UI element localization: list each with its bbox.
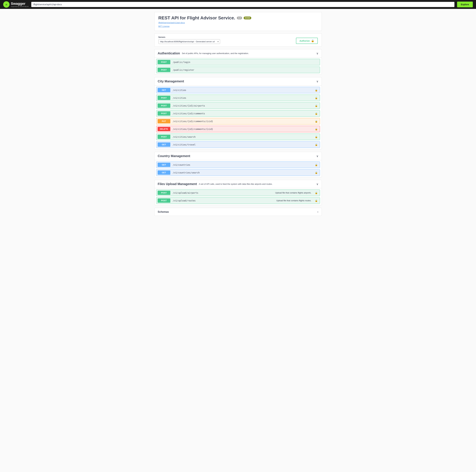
section-title-text: Files Upload Management <box>158 182 197 186</box>
method-badge: DELETE <box>158 127 170 131</box>
endpoint-put--v1-cities-id-comments-cid[interactable]: PUT/v1/cities/{id}/comments/{cid}🔒 <box>156 118 320 125</box>
oas-badge: OAS3 <box>244 16 252 19</box>
endpoint-path: /public/login <box>172 59 320 65</box>
endpoint-path: /v1/countries/search <box>172 170 313 176</box>
authorize-label: Authorize <box>299 40 310 42</box>
endpoint-lock-icon: 🔒 <box>313 95 320 101</box>
section-header-authentication[interactable]: AuthenticationSet of public APIs, for ma… <box>154 49 322 58</box>
endpoint-lock-icon: 🔒 <box>313 142 320 147</box>
endpoint-post--v1-cities-id-comments[interactable]: POST/v1/cities/{id}/comments🔒 <box>156 110 320 117</box>
servers-block: Servers http://localhost:8090/flight/ser… <box>154 33 322 47</box>
sections-container: AuthenticationSet of public APIs, for ma… <box>154 49 322 205</box>
authorize-button[interactable]: Authorize 🔒 <box>296 38 318 44</box>
version-badge: 1.0 <box>237 16 242 19</box>
endpoint-path: /v1/cities/{id}/comments/{cid} <box>172 118 313 124</box>
api-title: REST API for Flight Advisor Service. <box>158 16 235 20</box>
svg-text:{/}: {/} <box>6 4 7 5</box>
servers-select[interactable]: http://localhost:8090/flight/service/api… <box>158 39 220 44</box>
servers-select-wrapper: http://localhost:8090/flight/service/api… <box>158 39 220 44</box>
method-badge: GET <box>158 163 170 167</box>
section-title-text: Authentication <box>158 51 180 55</box>
section-country-management: Country Management∨GET/v1/countries🔒GET/… <box>154 152 322 177</box>
method-badge: POST <box>158 103 170 108</box>
endpoint-path: /v1/cities/travel <box>172 142 313 147</box>
endpoint-lock-icon: 🔒 <box>313 190 320 196</box>
endpoint-path: /v1/cities/{id}/comments <box>172 111 313 116</box>
explore-button[interactable]: Explore <box>457 1 473 7</box>
endpoint-lock-icon: 🔒 <box>313 162 320 168</box>
schemas-title: Schemas <box>158 211 169 213</box>
endpoint-lock-icon: 🔒 <box>313 170 320 176</box>
method-badge: POST <box>158 198 170 203</box>
section-desc-text: A set of API calls, used to feed the sys… <box>199 183 272 185</box>
endpoint-lock-icon: 🔒 <box>313 118 320 124</box>
method-badge: GET <box>158 170 170 175</box>
page-content: REST API for Flight Advisor Service. 1.0… <box>151 9 325 222</box>
swagger-name: Swagger <box>11 1 25 6</box>
section-desc-text: Set of public APIs, for managing user au… <box>182 52 249 54</box>
endpoint-description: Upload file that contains flights airpor… <box>275 192 313 194</box>
section-header-files-upload[interactable]: Files Upload ManagementA set of API call… <box>154 180 322 188</box>
endpoint-path: /v1/cities/search <box>172 134 313 140</box>
section-header-city-management[interactable]: City Management∨ <box>154 77 322 85</box>
section-chevron-icon: ∨ <box>316 182 318 186</box>
endpoint-lock-icon: 🔒 <box>313 111 320 116</box>
endpoint-path: /public/register <box>172 67 320 73</box>
method-badge: POST <box>158 191 170 195</box>
logo-area: {/} Swagger Supported by SMARTBEAR <box>3 1 29 8</box>
endpoint-path: /v1/upload/routes <box>172 198 276 203</box>
section-authentication: AuthenticationSet of public APIs, for ma… <box>154 49 322 75</box>
section-title-text: City Management <box>158 80 184 83</box>
method-badge: POST <box>158 135 170 139</box>
section-chevron-icon: ∨ <box>316 80 318 83</box>
endpoint-lock-icon: 🔒 <box>313 103 320 109</box>
endpoint-description: Upload file that contains flights routes… <box>276 199 313 202</box>
method-badge: GET <box>158 143 170 147</box>
servers-label: Servers <box>158 36 220 38</box>
endpoint-post--public-login[interactable]: POST/public/login <box>156 59 320 65</box>
section-files-upload: Files Upload ManagementA set of API call… <box>154 180 322 205</box>
endpoint-post--v1-cities-id-airports[interactable]: POST/v1/cities/{id}/airports🔒 <box>156 102 320 109</box>
api-url-link[interactable]: /flight/service/api/v1/api-docs <box>158 21 318 24</box>
endpoint-delete--v1-cities-id-comments-cid[interactable]: DELETE/v1/cities/{id}/comments/{cid}🔒 <box>156 126 320 132</box>
authorize-lock-icon: 🔒 <box>311 39 314 42</box>
api-title-block: REST API for Flight Advisor Service. 1.0… <box>154 12 322 31</box>
endpoint-post--v1-upload-routes[interactable]: POST/v1/upload/routesUpload file that co… <box>156 197 320 204</box>
endpoint-get--v1-countries-search[interactable]: GET/v1/countries/search🔒 <box>156 169 320 176</box>
section-title-row: Country Management <box>158 154 190 158</box>
endpoint-path: /v1/upload/airports <box>172 190 275 196</box>
endpoint-lock-icon: 🔒 <box>313 134 320 140</box>
endpoint-get--v1-countries[interactable]: GET/v1/countries🔒 <box>156 162 320 168</box>
endpoint-post--v1-upload-airports[interactable]: POST/v1/upload/airportsUpload file that … <box>156 190 320 196</box>
section-title-text: Country Management <box>158 154 190 158</box>
method-badge: POST <box>158 68 170 72</box>
endpoint-post--v1-cities[interactable]: POST/v1/cities🔒 <box>156 95 320 101</box>
endpoint-path: /v1/cities <box>172 87 313 93</box>
api-title-row: REST API for Flight Advisor Service. 1.0… <box>158 16 318 20</box>
endpoint-get--v1-cities[interactable]: GET/v1/cities🔒 <box>156 87 320 93</box>
method-badge: POST <box>158 96 170 100</box>
endpoint-post--v1-cities-search[interactable]: POST/v1/cities/search🔒 <box>156 133 320 140</box>
endpoint-lock-icon: 🔒 <box>313 198 320 203</box>
section-title-row: City Management <box>158 80 184 83</box>
section-chevron-icon: ∨ <box>316 52 318 55</box>
endpoint-path: /v1/countries <box>172 162 313 168</box>
swagger-logo-icon: {/} <box>3 1 10 8</box>
endpoint-lock-icon: 🔒 <box>313 126 320 132</box>
endpoint-path: /v1/cities/{id}/airports <box>172 103 313 109</box>
top-header: {/} Swagger Supported by SMARTBEAR Explo… <box>0 0 476 9</box>
method-badge: PUT <box>158 119 170 123</box>
schemas-section: Schemas › <box>154 208 322 216</box>
schemas-header[interactable]: Schemas › <box>154 208 322 216</box>
mit-license-link[interactable]: MIT License <box>158 25 170 28</box>
api-url-input[interactable] <box>31 2 455 7</box>
method-badge: GET <box>158 88 170 92</box>
section-chevron-icon: ∨ <box>316 154 318 158</box>
method-badge: POST <box>158 60 170 64</box>
endpoint-post--public-register[interactable]: POST/public/register <box>156 67 320 73</box>
section-header-country-management[interactable]: Country Management∨ <box>154 152 322 160</box>
servers-left: Servers http://localhost:8090/flight/ser… <box>158 36 220 44</box>
endpoint-lock-icon: 🔒 <box>313 87 320 93</box>
endpoint-get--v1-cities-travel[interactable]: GET/v1/cities/travel🔒 <box>156 141 320 148</box>
endpoint-path: /v1/cities/{id}/comments/{cid} <box>172 126 313 132</box>
